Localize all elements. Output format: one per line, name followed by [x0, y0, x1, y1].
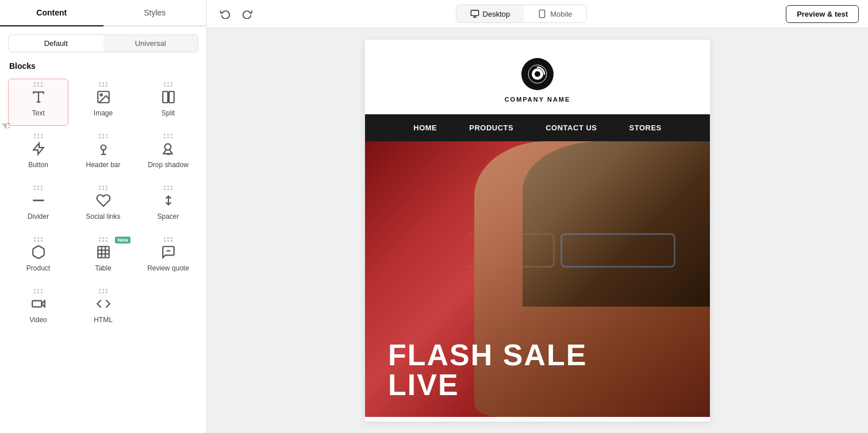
drag-handle-text	[34, 82, 43, 87]
drop-shadow-icon	[160, 140, 177, 157]
nav-stores: STORES	[613, 114, 678, 141]
main-area: Desktop Mobile Preview & test	[207, 0, 868, 433]
desktop-button[interactable]: Desktop	[456, 5, 524, 22]
tab-styles[interactable]: Styles	[103, 0, 207, 25]
block-table-label: Table	[95, 264, 112, 272]
drag-handle-social-links	[99, 185, 108, 190]
drag-handle-product	[34, 237, 43, 242]
toolbar-history	[216, 5, 256, 23]
block-drop-shadow[interactable]: Drop shadow	[138, 130, 198, 177]
company-name: COMPANY NAME	[505, 96, 571, 103]
video-icon	[30, 295, 47, 312]
new-badge-table: New	[115, 237, 130, 243]
block-spacer-label: Spacer	[157, 212, 179, 221]
block-divider[interactable]: Divider	[8, 182, 68, 229]
drag-handle-spacer	[164, 185, 173, 190]
block-split-label: Split	[162, 109, 175, 117]
block-spacer[interactable]: Spacer	[138, 182, 198, 229]
block-review-quote-label: Review quote	[147, 264, 189, 272]
email-canvas: COMPANY NAME HOME PRODUCTS CONTACT US ST…	[365, 40, 710, 422]
drag-handle-drop-shadow	[164, 134, 173, 138]
hero-section: FLASH SALE LIVE	[365, 141, 710, 417]
divider-icon	[30, 192, 47, 209]
html-icon	[95, 295, 112, 312]
drag-handle-review-quote	[164, 237, 173, 242]
device-toggle: Desktop Mobile	[456, 5, 587, 23]
spacer-icon	[160, 192, 177, 209]
nav-home: HOME	[397, 114, 453, 141]
header-bar-icon	[95, 140, 112, 157]
block-image[interactable]: Image	[73, 79, 133, 126]
tab-content[interactable]: Content	[0, 0, 103, 25]
block-button-label: Button	[28, 161, 48, 169]
drag-handle-video	[34, 289, 43, 293]
redo-button[interactable]	[238, 5, 256, 23]
drag-handle-table	[99, 237, 108, 242]
block-split[interactable]: Split	[138, 79, 198, 126]
block-video[interactable]: Video	[8, 285, 68, 333]
desktop-label: Desktop	[483, 10, 510, 18]
block-product[interactable]: Product	[8, 234, 68, 281]
drag-handle-image	[99, 82, 108, 87]
nav-contact-us: CONTACT US	[529, 114, 613, 141]
block-image-label: Image	[94, 109, 113, 117]
undo-button[interactable]	[216, 5, 235, 23]
block-social-links-label: Social links	[86, 212, 120, 221]
left-panel: Content Styles Default Universal Blocks …	[0, 0, 207, 433]
block-button[interactable]: Button	[8, 130, 68, 177]
block-text-label: Text	[32, 109, 44, 117]
block-divider-label: Divider	[28, 212, 49, 221]
social-links-icon	[95, 192, 112, 209]
table-icon	[95, 243, 112, 261]
svg-point-7	[164, 144, 171, 150]
toggle-default[interactable]: Default	[9, 35, 103, 52]
block-product-label: Product	[26, 264, 50, 272]
block-review-quote[interactable]: Review quote	[138, 234, 198, 281]
button-icon	[30, 140, 47, 157]
drag-handle-divider	[34, 185, 43, 190]
block-html[interactable]: HTML	[73, 285, 133, 333]
tab-bar: Content Styles	[0, 0, 206, 26]
product-icon	[30, 243, 47, 261]
hero-line2: LIVE	[388, 370, 587, 400]
company-logo	[520, 57, 555, 91]
email-header: COMPANY NAME	[365, 40, 710, 114]
preview-test-button[interactable]: Preview & test	[786, 5, 859, 23]
block-header-bar[interactable]: Header bar	[73, 130, 133, 177]
drag-handle-split	[164, 82, 173, 87]
default-universal-toggle: Default Universal	[8, 34, 198, 52]
drag-handle-html	[99, 289, 108, 293]
mobile-label: Mobile	[550, 10, 572, 18]
svg-rect-5	[169, 91, 174, 103]
drag-handle-header-bar	[99, 134, 108, 138]
mobile-button[interactable]: Mobile	[524, 5, 586, 22]
image-icon	[95, 88, 112, 106]
hero-line1: FLASH SALE	[388, 340, 587, 370]
svg-point-3	[100, 94, 102, 96]
svg-point-6	[101, 145, 106, 150]
svg-rect-21	[540, 10, 545, 17]
review-quote-icon	[160, 243, 177, 261]
email-nav: HOME PRODUCTS CONTACT US STORES	[365, 114, 710, 141]
hero-text: FLASH SALE LIVE	[388, 340, 587, 400]
svg-rect-16	[32, 301, 41, 307]
block-header-bar-label: Header bar	[86, 161, 120, 169]
block-text[interactable]: Text	[8, 79, 68, 126]
text-icon	[30, 88, 47, 106]
block-video-label: Video	[29, 316, 47, 324]
drag-handle-button	[34, 134, 43, 138]
split-icon	[160, 88, 177, 106]
blocks-section-title: Blocks	[0, 58, 206, 76]
block-drop-shadow-label: Drop shadow	[148, 161, 189, 169]
svg-rect-10	[98, 246, 109, 258]
toolbar: Desktop Mobile Preview & test	[207, 0, 868, 28]
canvas-area: COMPANY NAME HOME PRODUCTS CONTACT US ST…	[207, 28, 868, 433]
svg-rect-4	[163, 91, 168, 103]
blocks-grid: Text Image	[0, 76, 206, 335]
nav-products: PRODUCTS	[453, 114, 529, 141]
toggle-universal[interactable]: Universal	[103, 35, 198, 52]
block-html-label: HTML	[94, 316, 113, 324]
svg-point-26	[535, 71, 540, 77]
block-social-links[interactable]: Social links	[73, 182, 133, 229]
block-table[interactable]: Table New	[73, 234, 133, 281]
